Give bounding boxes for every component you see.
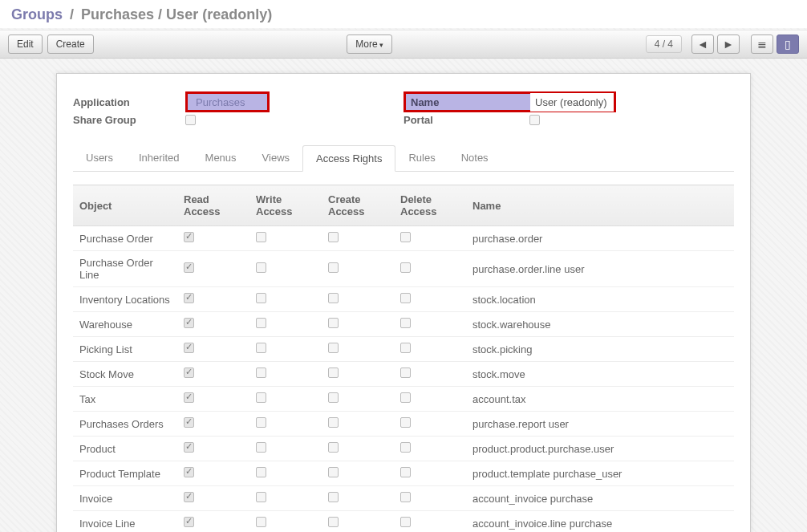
portal-checkbox[interactable] <box>529 115 540 125</box>
table-row[interactable]: Inventory Locationsstock.location <box>73 287 734 312</box>
write-checkbox[interactable] <box>256 467 266 477</box>
sharegroup-checkbox[interactable] <box>185 115 196 125</box>
edit-button[interactable]: Edit <box>8 35 43 54</box>
col-create[interactable]: Create Access <box>322 185 394 226</box>
prev-button[interactable]: ◄ <box>691 35 714 54</box>
create-checkbox[interactable] <box>328 492 339 502</box>
cell-name: account_invoice purchase <box>466 486 734 511</box>
create-checkbox[interactable] <box>328 442 339 453</box>
table-row[interactable]: Warehousestock.warehouse <box>73 312 734 337</box>
read-checkbox[interactable] <box>184 368 194 378</box>
delete-checkbox[interactable] <box>400 232 411 242</box>
create-checkbox[interactable] <box>328 467 339 477</box>
create-checkbox[interactable] <box>328 368 339 378</box>
create-checkbox[interactable] <box>328 517 339 527</box>
write-checkbox[interactable] <box>256 343 266 353</box>
cell-object: Invoice <box>73 486 177 511</box>
write-checkbox[interactable] <box>256 262 266 273</box>
table-row[interactable]: Productproduct.product.purchase.user <box>73 437 734 461</box>
delete-checkbox[interactable] <box>400 343 411 353</box>
list-icon: ≣ <box>757 38 767 51</box>
table-row[interactable]: Stock Movestock.move <box>73 362 734 387</box>
more-button[interactable]: More <box>347 35 392 54</box>
cell-object: Purchase Order Line <box>73 251 177 287</box>
read-checkbox[interactable] <box>184 318 194 328</box>
breadcrumb-separator: / <box>70 6 74 22</box>
table-row[interactable]: Invoiceaccount_invoice purchase <box>73 486 734 511</box>
table-row[interactable]: Invoice Lineaccount_invoice.line purchas… <box>73 511 734 533</box>
breadcrumb-root[interactable]: Groups <box>11 6 63 22</box>
read-checkbox[interactable] <box>184 343 194 353</box>
application-label: Application <box>73 96 185 108</box>
read-checkbox[interactable] <box>184 492 194 502</box>
read-checkbox[interactable] <box>184 392 194 403</box>
tab-rules[interactable]: Rules <box>395 145 448 171</box>
delete-checkbox[interactable] <box>400 517 411 527</box>
create-checkbox[interactable] <box>328 232 339 242</box>
view-list-button[interactable]: ≣ <box>751 35 773 54</box>
create-checkbox[interactable] <box>328 343 339 353</box>
name-label: Name <box>406 93 530 112</box>
view-form-button[interactable]: ▯ <box>777 35 799 54</box>
delete-checkbox[interactable] <box>400 417 411 428</box>
tab-users[interactable]: Users <box>73 145 126 171</box>
col-delete[interactable]: Delete Access <box>394 185 466 226</box>
table-row[interactable]: Product Templateproduct.template purchas… <box>73 461 734 486</box>
create-checkbox[interactable] <box>328 392 339 403</box>
write-checkbox[interactable] <box>256 318 266 328</box>
read-checkbox[interactable] <box>184 232 194 242</box>
write-checkbox[interactable] <box>256 368 266 378</box>
table-row[interactable]: Purchase Order Linepurchase.order.line u… <box>73 251 734 287</box>
write-checkbox[interactable] <box>256 417 266 428</box>
pager[interactable]: 4 / 4 <box>646 35 682 53</box>
read-checkbox[interactable] <box>184 262 194 273</box>
table-row[interactable]: Picking Liststock.picking <box>73 337 734 362</box>
create-checkbox[interactable] <box>328 417 339 428</box>
application-value[interactable]: Purchases <box>193 95 248 110</box>
col-read[interactable]: Read Access <box>177 185 249 226</box>
cell-object: Tax <box>73 387 177 412</box>
delete-checkbox[interactable] <box>400 368 411 378</box>
create-button[interactable]: Create <box>47 35 94 54</box>
cell-name: stock.picking <box>466 337 734 362</box>
write-checkbox[interactable] <box>256 232 266 242</box>
cell-name: stock.move <box>466 362 734 387</box>
tab-access-rights[interactable]: Access Rights <box>302 145 395 172</box>
delete-checkbox[interactable] <box>400 392 411 403</box>
delete-checkbox[interactable] <box>400 318 411 328</box>
delete-checkbox[interactable] <box>400 492 411 502</box>
table-row[interactable]: Purchase Orderpurchase.order <box>73 226 734 251</box>
cell-name: product.template purchase_user <box>466 461 734 486</box>
create-checkbox[interactable] <box>328 318 339 328</box>
read-checkbox[interactable] <box>184 517 194 527</box>
delete-checkbox[interactable] <box>400 262 411 273</box>
create-checkbox[interactable] <box>328 293 339 303</box>
col-write[interactable]: Write Access <box>249 185 322 226</box>
tab-menus[interactable]: Menus <box>193 145 249 171</box>
table-row[interactable]: Purchases Orderspurchase.report user <box>73 412 734 437</box>
col-name[interactable]: Name <box>466 185 734 226</box>
write-checkbox[interactable] <box>256 442 266 453</box>
cell-object: Product <box>73 437 177 461</box>
read-checkbox[interactable] <box>184 417 194 428</box>
write-checkbox[interactable] <box>256 293 266 303</box>
read-checkbox[interactable] <box>184 293 194 303</box>
read-checkbox[interactable] <box>184 442 194 453</box>
read-checkbox[interactable] <box>184 467 194 477</box>
cell-name: account.tax <box>466 387 734 412</box>
delete-checkbox[interactable] <box>400 467 411 477</box>
create-checkbox[interactable] <box>328 262 339 273</box>
table-row[interactable]: Taxaccount.tax <box>73 387 734 412</box>
write-checkbox[interactable] <box>256 517 266 527</box>
write-checkbox[interactable] <box>256 492 266 502</box>
delete-checkbox[interactable] <box>400 293 411 303</box>
next-button[interactable]: ► <box>717 35 740 54</box>
delete-checkbox[interactable] <box>400 442 411 453</box>
breadcrumb: Groups / Purchases / User (readonly) <box>0 0 807 28</box>
tab-notes[interactable]: Notes <box>448 145 501 171</box>
tab-views[interactable]: Views <box>249 145 302 171</box>
name-highlight: Name User (readonly) <box>404 91 616 112</box>
tab-inherited[interactable]: Inherited <box>126 145 193 171</box>
col-object[interactable]: Object <box>73 185 177 226</box>
write-checkbox[interactable] <box>256 392 266 403</box>
